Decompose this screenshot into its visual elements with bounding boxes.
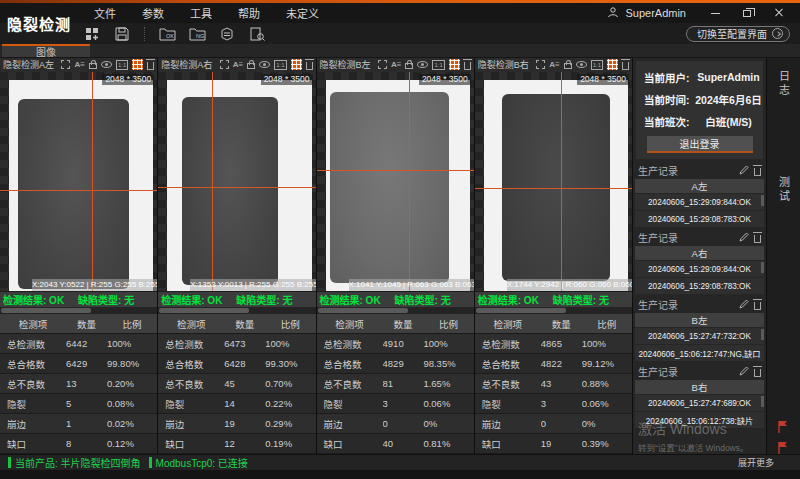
flag-icon[interactable] [776,420,792,436]
lock-icon[interactable] [89,63,97,69]
flag-icon[interactable] [776,441,792,457]
current-user-name[interactable]: SuperAdmin [625,7,686,19]
eye-icon[interactable] [259,61,270,68]
record-row[interactable]: 20240606_15:29:09:844:OK [635,261,764,277]
table-row[interactable]: 隐裂50.08% [0,394,157,414]
delete-icon[interactable] [147,62,154,70]
record-row[interactable]: 20240606_15:29:08:783:OK [635,278,764,294]
image-viewport[interactable]: 2048 * 3500 X:2043 Y:0522 | R:255 G:255 … [0,72,157,291]
menu-undefined[interactable]: 未定义 [274,3,331,23]
table-row[interactable]: 总不良数430.88% [475,374,632,394]
lock-icon[interactable] [564,63,572,69]
table-row[interactable]: 总不良数450.70% [158,374,315,394]
switch-to-config-button[interactable]: 切换至配置界面 [686,26,790,42]
annotation-icon[interactable]: A≡ [549,60,559,70]
table-row[interactable]: 总不良数130.20% [0,374,157,394]
doc-search-icon[interactable] [247,25,267,42]
annotation-icon[interactable]: A≡ [74,60,84,70]
tab-test[interactable]: 测试 [776,176,792,204]
menu-params[interactable]: 参数 [130,3,176,23]
folder-ng-icon[interactable]: NG [187,25,207,42]
horizontal-scrollbar[interactable] [158,307,315,314]
table-row[interactable]: 崩边10.02% [0,414,157,434]
horizontal-scrollbar[interactable] [317,307,474,314]
roi-icon[interactable] [61,60,70,69]
vertical-scrollbar[interactable] [761,262,764,273]
one-to-one-icon[interactable]: 1:1 [274,60,286,70]
record-row[interactable]: 20240606_15:06:12:747:NG,缺口 [635,345,764,361]
edit-icon[interactable] [739,299,749,311]
eye-icon[interactable] [101,61,112,68]
expand-more-button[interactable]: 展开更多 [738,456,774,469]
table-row[interactable]: 崩边190.29% [158,414,315,434]
table-row[interactable]: 总合格数482299.12% [475,354,632,374]
record-group-label[interactable]: B左 [635,313,764,327]
eye-icon[interactable] [576,61,587,68]
image-viewport[interactable]: 2048 * 3500 X:1744 Y:2942 | R:060 G:060 … [475,72,632,291]
record-group-label[interactable]: A右 [635,246,764,260]
grid-icon[interactable] [607,59,618,70]
table-row[interactable]: 总检测数4910100% [317,334,474,354]
logout-button[interactable]: 退出登录 [647,136,753,153]
delete-icon[interactable] [754,302,761,310]
delete-icon[interactable] [464,62,471,70]
grid-icon[interactable] [449,59,460,70]
save-icon[interactable] [112,25,132,42]
table-row[interactable]: 崩边00% [475,414,632,434]
close-button[interactable] [766,5,792,21]
horizontal-scrollbar[interactable] [475,307,632,314]
delete-icon[interactable] [754,168,761,176]
image-viewport[interactable]: 2048 * 3500 X:1353 Y:0013 | R:255 G:255 … [158,72,315,291]
record-group-label[interactable]: A左 [635,179,764,193]
record-row[interactable]: 20240606_15:27:47:689:OK [635,395,764,411]
annotation-icon[interactable]: A≡ [391,60,401,70]
one-to-one-icon[interactable]: 1:1 [116,60,128,70]
delete-icon[interactable] [754,235,761,243]
roi-icon[interactable] [378,60,387,69]
database-icon[interactable] [217,25,237,42]
one-to-one-icon[interactable]: 1:1 [432,60,444,70]
table-row[interactable]: 隐裂30.06% [317,394,474,414]
annotation-icon[interactable]: A≡ [233,60,243,70]
tab-log[interactable]: 日志 [776,70,792,98]
vertical-scrollbar[interactable] [761,195,764,206]
delete-icon[interactable] [622,62,629,70]
roi-icon[interactable] [536,60,545,69]
record-row[interactable]: 20240606_15:06:12:738:缺片 [635,412,764,428]
table-row[interactable]: 总检测数4865100% [475,334,632,354]
scrollbar-thumb[interactable] [1,308,91,313]
lock-icon[interactable] [247,63,255,69]
grid-icon[interactable] [291,59,302,70]
menu-tools[interactable]: 工具 [178,3,224,23]
delete-icon[interactable] [754,369,761,377]
folder-ok-icon[interactable]: OK [157,25,177,42]
table-row[interactable]: 总合格数642999.80% [0,354,157,374]
grid-icon[interactable] [132,59,143,70]
eye-icon[interactable] [417,61,428,68]
table-row[interactable]: 缺口120.19% [158,434,315,454]
lock-icon[interactable] [405,63,413,69]
scrollbar-thumb[interactable] [318,308,408,313]
scrollbar-thumb[interactable] [159,308,249,313]
record-row[interactable]: 20240606_15:29:09:844:OK [635,194,764,210]
horizontal-scrollbar[interactable] [0,307,157,314]
table-row[interactable]: 总检测数6442100% [0,334,157,354]
vertical-scrollbar[interactable] [761,396,764,407]
record-row[interactable]: 20240606_15:29:08:783:OK [635,211,764,227]
vertical-scrollbar[interactable] [761,329,764,340]
delete-icon[interactable] [306,62,313,70]
record-row[interactable]: 20240606_15:27:47:732:OK [635,328,764,344]
table-row[interactable]: 总合格数642899.30% [158,354,315,374]
roi-icon[interactable] [220,60,229,69]
menu-help[interactable]: 帮助 [226,3,272,23]
table-row[interactable]: 崩边00% [317,414,474,434]
table-row[interactable]: 总检测数6473100% [158,334,315,354]
table-row[interactable]: 隐裂140.22% [158,394,315,414]
table-row[interactable]: 总不良数811.65% [317,374,474,394]
minimize-button[interactable] [702,5,728,21]
record-group-label[interactable]: B右 [635,380,764,394]
menu-file[interactable]: 文件 [82,3,128,23]
table-row[interactable]: 缺口80.12% [0,434,157,454]
image-viewport[interactable]: 2048 * 3500 X:1041 Y:1045 | R:063 G:063 … [317,72,474,291]
table-row[interactable]: 总合格数482998.35% [317,354,474,374]
